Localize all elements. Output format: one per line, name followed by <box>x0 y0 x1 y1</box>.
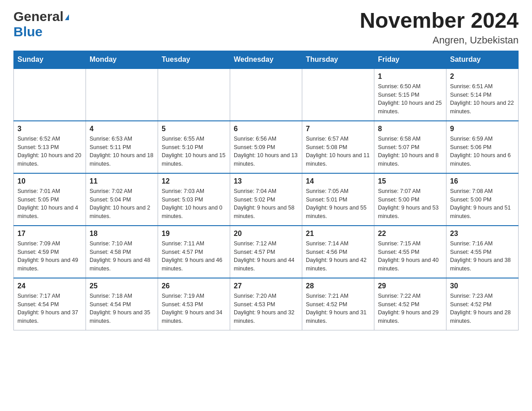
title-block: November 2024 Angren, Uzbekistan <box>360 9 519 46</box>
calendar-cell: 22Sunrise: 7:15 AMSunset: 4:55 PMDayligh… <box>374 226 446 278</box>
week-row-0: 1Sunrise: 6:50 AMSunset: 5:15 PMDaylight… <box>14 68 519 121</box>
day-number: 6 <box>234 125 298 133</box>
day-info: Sunrise: 6:51 AMSunset: 5:14 PMDaylight:… <box>450 82 515 116</box>
day-info: Sunrise: 7:21 AMSunset: 4:52 PMDaylight:… <box>306 292 370 325</box>
day-number: 27 <box>234 282 298 290</box>
logo-general-text: General <box>13 9 69 24</box>
day-info: Sunrise: 6:52 AMSunset: 5:13 PMDaylight:… <box>17 135 82 168</box>
calendar-cell <box>302 68 374 121</box>
day-info: Sunrise: 7:19 AMSunset: 4:53 PMDaylight:… <box>162 292 226 325</box>
calendar-cell <box>14 68 86 121</box>
calendar-cell: 19Sunrise: 7:11 AMSunset: 4:57 PMDayligh… <box>158 226 230 278</box>
day-info: Sunrise: 7:09 AMSunset: 4:59 PMDaylight:… <box>17 240 82 273</box>
weekday-header-saturday: Saturday <box>446 51 519 68</box>
calendar-cell: 25Sunrise: 7:18 AMSunset: 4:54 PMDayligh… <box>86 278 158 330</box>
calendar-cell <box>158 68 230 121</box>
day-info: Sunrise: 6:57 AMSunset: 5:08 PMDaylight:… <box>306 135 370 168</box>
day-info: Sunrise: 7:23 AMSunset: 4:52 PMDaylight:… <box>450 292 515 325</box>
day-info: Sunrise: 7:08 AMSunset: 5:00 PMDaylight:… <box>450 187 515 221</box>
day-info: Sunrise: 7:05 AMSunset: 5:01 PMDaylight:… <box>306 187 370 221</box>
calendar-cell: 7Sunrise: 6:57 AMSunset: 5:08 PMDaylight… <box>302 121 374 173</box>
weekday-header-wednesday: Wednesday <box>230 51 302 68</box>
week-row-4: 24Sunrise: 7:17 AMSunset: 4:54 PMDayligh… <box>14 278 519 330</box>
day-number: 5 <box>162 125 226 133</box>
day-number: 7 <box>306 125 370 133</box>
calendar-cell: 30Sunrise: 7:23 AMSunset: 4:52 PMDayligh… <box>446 278 519 330</box>
weekday-header-row: SundayMondayTuesdayWednesdayThursdayFrid… <box>14 51 519 68</box>
day-number: 15 <box>378 177 442 185</box>
day-info: Sunrise: 7:12 AMSunset: 4:57 PMDaylight:… <box>234 240 298 273</box>
calendar-cell: 21Sunrise: 7:14 AMSunset: 4:56 PMDayligh… <box>302 226 374 278</box>
day-number: 19 <box>162 230 226 238</box>
day-number: 24 <box>17 282 82 290</box>
day-info: Sunrise: 7:01 AMSunset: 5:05 PMDaylight:… <box>17 187 82 221</box>
calendar-table: SundayMondayTuesdayWednesdayThursdayFrid… <box>13 51 519 330</box>
day-info: Sunrise: 7:07 AMSunset: 5:00 PMDaylight:… <box>378 187 442 221</box>
calendar-cell <box>230 68 302 121</box>
week-row-3: 17Sunrise: 7:09 AMSunset: 4:59 PMDayligh… <box>14 226 519 278</box>
day-info: Sunrise: 7:03 AMSunset: 5:03 PMDaylight:… <box>162 187 226 221</box>
day-number: 23 <box>450 230 515 238</box>
weekday-header-tuesday: Tuesday <box>158 51 230 68</box>
day-number: 13 <box>234 177 298 185</box>
calendar-cell: 28Sunrise: 7:21 AMSunset: 4:52 PMDayligh… <box>302 278 374 330</box>
logo-blue-text: Blue <box>13 24 43 39</box>
day-info: Sunrise: 6:56 AMSunset: 5:09 PMDaylight:… <box>234 135 298 168</box>
day-number: 1 <box>378 73 442 81</box>
day-number: 28 <box>306 282 370 290</box>
day-number: 11 <box>90 177 154 185</box>
calendar-cell: 3Sunrise: 6:52 AMSunset: 5:13 PMDaylight… <box>14 121 86 173</box>
day-info: Sunrise: 7:22 AMSunset: 4:52 PMDaylight:… <box>378 292 442 325</box>
calendar-cell: 14Sunrise: 7:05 AMSunset: 5:01 PMDayligh… <box>302 173 374 226</box>
day-number: 2 <box>450 73 515 81</box>
day-info: Sunrise: 7:17 AMSunset: 4:54 PMDaylight:… <box>17 292 82 325</box>
day-info: Sunrise: 6:58 AMSunset: 5:07 PMDaylight:… <box>378 135 442 168</box>
calendar-cell: 6Sunrise: 6:56 AMSunset: 5:09 PMDaylight… <box>230 121 302 173</box>
day-number: 10 <box>17 177 82 185</box>
calendar-cell: 18Sunrise: 7:10 AMSunset: 4:58 PMDayligh… <box>86 226 158 278</box>
calendar-cell: 16Sunrise: 7:08 AMSunset: 5:00 PMDayligh… <box>446 173 519 226</box>
week-row-2: 10Sunrise: 7:01 AMSunset: 5:05 PMDayligh… <box>14 173 519 226</box>
day-info: Sunrise: 6:59 AMSunset: 5:06 PMDaylight:… <box>450 135 515 168</box>
day-number: 16 <box>450 177 515 185</box>
calendar-cell: 1Sunrise: 6:50 AMSunset: 5:15 PMDaylight… <box>374 68 446 121</box>
calendar-cell: 26Sunrise: 7:19 AMSunset: 4:53 PMDayligh… <box>158 278 230 330</box>
month-title: November 2024 <box>360 9 519 33</box>
day-number: 29 <box>378 282 442 290</box>
day-info: Sunrise: 6:55 AMSunset: 5:10 PMDaylight:… <box>162 135 226 168</box>
day-number: 3 <box>17 125 82 133</box>
day-number: 20 <box>234 230 298 238</box>
calendar-cell: 10Sunrise: 7:01 AMSunset: 5:05 PMDayligh… <box>14 173 86 226</box>
calendar-cell: 15Sunrise: 7:07 AMSunset: 5:00 PMDayligh… <box>374 173 446 226</box>
day-number: 22 <box>378 230 442 238</box>
calendar-cell: 9Sunrise: 6:59 AMSunset: 5:06 PMDaylight… <box>446 121 519 173</box>
calendar-cell: 23Sunrise: 7:16 AMSunset: 4:55 PMDayligh… <box>446 226 519 278</box>
day-info: Sunrise: 7:11 AMSunset: 4:57 PMDaylight:… <box>162 240 226 273</box>
day-number: 18 <box>90 230 154 238</box>
calendar-cell: 11Sunrise: 7:02 AMSunset: 5:04 PMDayligh… <box>86 173 158 226</box>
day-info: Sunrise: 7:04 AMSunset: 5:02 PMDaylight:… <box>234 187 298 221</box>
weekday-header-thursday: Thursday <box>302 51 374 68</box>
calendar-cell: 12Sunrise: 7:03 AMSunset: 5:03 PMDayligh… <box>158 173 230 226</box>
day-info: Sunrise: 6:53 AMSunset: 5:11 PMDaylight:… <box>90 135 154 168</box>
calendar-cell: 5Sunrise: 6:55 AMSunset: 5:10 PMDaylight… <box>158 121 230 173</box>
calendar-cell: 24Sunrise: 7:17 AMSunset: 4:54 PMDayligh… <box>14 278 86 330</box>
calendar-cell: 4Sunrise: 6:53 AMSunset: 5:11 PMDaylight… <box>86 121 158 173</box>
calendar-cell: 13Sunrise: 7:04 AMSunset: 5:02 PMDayligh… <box>230 173 302 226</box>
day-number: 21 <box>306 230 370 238</box>
weekday-header-sunday: Sunday <box>14 51 86 68</box>
day-number: 25 <box>90 282 154 290</box>
day-number: 12 <box>162 177 226 185</box>
weekday-header-friday: Friday <box>374 51 446 68</box>
day-number: 17 <box>17 230 82 238</box>
day-number: 26 <box>162 282 226 290</box>
calendar-cell <box>86 68 158 121</box>
day-number: 8 <box>378 125 442 133</box>
calendar-cell: 20Sunrise: 7:12 AMSunset: 4:57 PMDayligh… <box>230 226 302 278</box>
day-info: Sunrise: 7:15 AMSunset: 4:55 PMDaylight:… <box>378 240 442 273</box>
logo-text: General <box>13 9 69 24</box>
logo-triangle-icon <box>65 14 69 20</box>
location: Angren, Uzbekistan <box>360 34 519 46</box>
calendar-cell: 17Sunrise: 7:09 AMSunset: 4:59 PMDayligh… <box>14 226 86 278</box>
day-info: Sunrise: 7:20 AMSunset: 4:53 PMDaylight:… <box>234 292 298 325</box>
